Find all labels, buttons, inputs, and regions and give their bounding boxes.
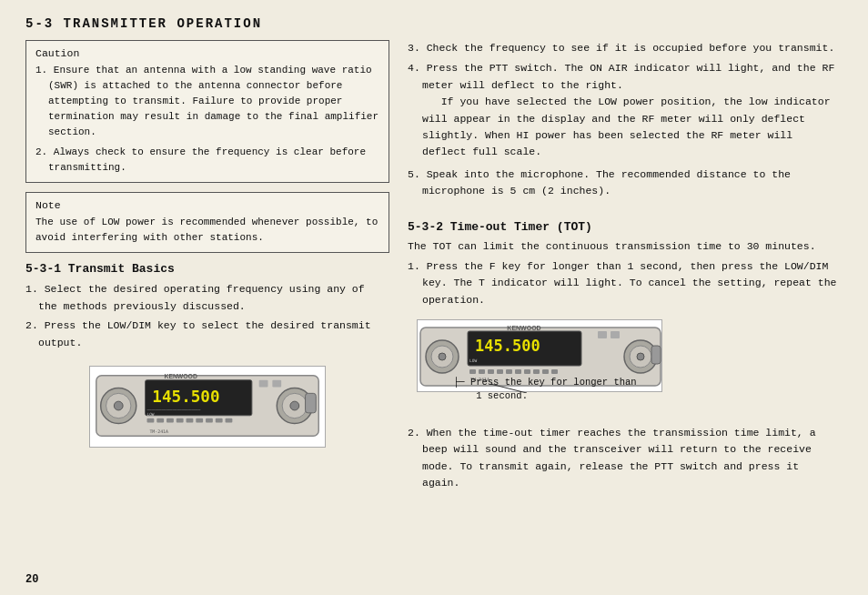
svg-rect-18 — [206, 419, 213, 423]
note-title: Note — [35, 199, 379, 211]
content-columns: Caution 1. Ensure that an antenna with a… — [25, 40, 843, 582]
callout-line1: Press the key for longer than — [470, 377, 637, 388]
svg-text:LOW: LOW — [147, 412, 155, 417]
svg-rect-40 — [506, 369, 512, 374]
page: 5-3 TRANSMITTER OPERATION Caution 1. Ens… — [0, 0, 868, 595]
svg-rect-49 — [651, 346, 661, 364]
svg-rect-14 — [167, 419, 174, 423]
svg-rect-13 — [156, 419, 164, 423]
svg-text:─────────────────────────: ───────────────────────── — [146, 408, 201, 412]
caution-item-1: 1. Ensure that an antenna with a low sta… — [35, 63, 379, 140]
caution-title: Caution — [35, 47, 379, 59]
svg-rect-23 — [272, 380, 281, 388]
section-532-item-1: 1. Press the F key for longer than 1 sec… — [408, 258, 843, 308]
svg-text:145.500: 145.500 — [475, 337, 540, 355]
page-number: 20 — [25, 573, 38, 586]
page-title: 5-3 TRANSMITTER OPERATION — [25, 16, 843, 31]
caution-item-2: 2. Always check to ensure the frequency … — [35, 145, 379, 176]
callout-text: ├─ Press the key for longer than 1 secon… — [453, 376, 637, 402]
svg-rect-38 — [488, 369, 494, 374]
svg-rect-39 — [497, 369, 503, 374]
right-item-4: 4. Press the PTT switch. The ON AIR indi… — [408, 60, 843, 160]
svg-point-3 — [114, 401, 123, 410]
svg-text:LOW: LOW — [469, 358, 477, 363]
svg-rect-36 — [469, 369, 476, 374]
section-532-intro: The TOT can limit the continuous transmi… — [408, 238, 843, 255]
svg-rect-44 — [542, 369, 549, 374]
svg-point-11 — [290, 401, 299, 410]
svg-rect-15 — [177, 419, 184, 423]
svg-rect-45 — [551, 369, 558, 374]
right-item-5: 5. Speak into the microphone. The recomm… — [408, 166, 843, 200]
svg-rect-12 — [147, 419, 155, 423]
section-531-title: 5-3-1 Transmit Basics — [25, 262, 389, 276]
caution-box: Caution 1. Ensure that an antenna with a… — [25, 40, 389, 183]
left-radio-image: 145.500 ───────────────────────── LOW KE… — [89, 366, 326, 448]
svg-rect-20 — [226, 419, 233, 423]
svg-text:145.500: 145.500 — [152, 388, 219, 406]
svg-rect-17 — [196, 419, 203, 423]
svg-text:KENWOOD: KENWOOD — [164, 373, 197, 379]
svg-rect-19 — [216, 419, 223, 423]
note-box: Note The use of LOW power is recommended… — [25, 192, 389, 253]
svg-point-28 — [439, 353, 446, 360]
section-531-item-2: 2. Press the LOW/DIM key to select the d… — [25, 318, 389, 351]
svg-rect-22 — [259, 380, 268, 388]
right-column: 3. Check the frequency to see if it is o… — [408, 40, 843, 582]
section-531-item-1: 1. Select the desired operating frequenc… — [25, 281, 389, 315]
svg-text:TM-241A: TM-241A — [149, 429, 168, 434]
left-column: Caution 1. Ensure that an antenna with a… — [25, 40, 389, 582]
svg-text:KENWOOD: KENWOOD — [507, 325, 540, 331]
section-532-title: 5-3-2 Time-out Timer (TOT) — [408, 220, 843, 234]
svg-rect-42 — [524, 369, 530, 374]
svg-rect-47 — [598, 331, 607, 338]
section-532-item-2: 2. When the time-out timer reaches the t… — [408, 425, 843, 492]
svg-rect-16 — [187, 419, 194, 423]
note-text: The use of LOW power is recommended when… — [35, 215, 379, 246]
callout-line2: 1 second. — [476, 390, 528, 401]
svg-rect-41 — [515, 369, 521, 374]
svg-rect-48 — [611, 331, 620, 338]
right-item-3: 3. Check the frequency to see if it is o… — [408, 40, 843, 56]
svg-rect-43 — [533, 369, 540, 374]
svg-rect-24 — [306, 393, 317, 413]
svg-rect-37 — [479, 369, 485, 374]
svg-point-35 — [637, 353, 644, 360]
